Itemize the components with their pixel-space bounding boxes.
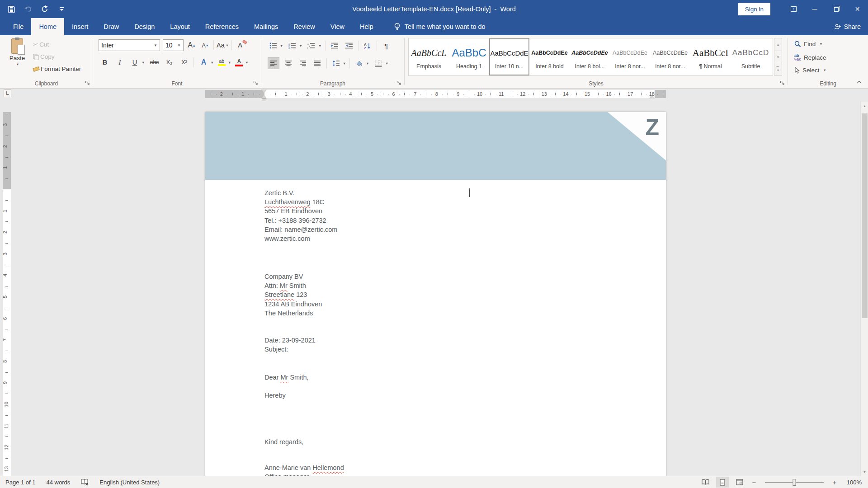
copy-button[interactable]: Copy	[32, 52, 82, 61]
sort-button[interactable]: AZ	[362, 40, 373, 51]
zoom-slider[interactable]	[765, 482, 824, 483]
close-icon[interactable]: ✕	[847, 0, 868, 18]
decrease-indent-button[interactable]	[329, 40, 340, 51]
web-layout-icon[interactable]	[733, 477, 746, 488]
styles-dialog-launcher-icon[interactable]	[779, 80, 785, 86]
horizontal-ruler[interactable]: 21123456789101112131415161718	[205, 90, 666, 98]
tab-home[interactable]: Home	[31, 18, 64, 35]
ruler-tick	[593, 94, 593, 95]
align-right-button[interactable]	[297, 58, 308, 69]
redo-icon[interactable]	[40, 3, 50, 15]
multilevel-list-button[interactable]: 1ai	[306, 40, 317, 51]
style-heading1[interactable]: AaBbCHeading 1	[449, 38, 489, 75]
text-effects-button[interactable]: A	[198, 57, 209, 68]
tab-layout[interactable]: Layout	[162, 18, 198, 35]
cut-button[interactable]: ✂ Cut	[32, 40, 82, 49]
paragraph-dialog-launcher-icon[interactable]	[396, 80, 402, 86]
sign-in-button[interactable]: Sign in	[738, 3, 770, 15]
tab-insert[interactable]: Insert	[64, 18, 96, 35]
tab-view[interactable]: View	[323, 18, 352, 35]
tab-file[interactable]: File	[5, 18, 31, 35]
scroll-down-icon[interactable]: ▼	[861, 468, 868, 476]
font-color-button[interactable]: A	[235, 57, 243, 68]
page-indicator[interactable]: Page 1 of 1	[5, 479, 36, 486]
style-emphasis[interactable]: AaBbCcLEmphasis	[409, 38, 449, 75]
underline-button[interactable]: U	[129, 57, 140, 68]
document-page[interactable]: Z Zertic B.V.Luchthavenweg 18C5657 EB Ei…	[205, 112, 666, 476]
font-name-combo[interactable]: Inter ▼	[99, 39, 160, 51]
tab-design[interactable]: Design	[127, 18, 162, 35]
restore-icon[interactable]	[826, 0, 847, 18]
format-painter-button[interactable]: Format Painter	[32, 65, 82, 73]
hanging-indent-marker[interactable]	[261, 95, 267, 99]
style-subtitle[interactable]: AaBbCcDSubtitle	[731, 38, 771, 75]
tab-references[interactable]: References	[198, 18, 246, 35]
zoom-in-icon[interactable]: +	[831, 479, 838, 486]
clear-formatting-button[interactable]: A	[235, 40, 245, 51]
justify-button[interactable]	[312, 58, 323, 69]
word-count[interactable]: 44 words	[47, 479, 71, 486]
show-paragraph-marks-button[interactable]: ¶	[381, 40, 392, 51]
zoom-level[interactable]: 100%	[843, 479, 862, 486]
scrollbar-thumb[interactable]	[862, 113, 868, 318]
font-size-combo[interactable]: 10 ▼	[163, 39, 184, 51]
share-button[interactable]: Share	[834, 18, 861, 35]
first-line-indent-marker[interactable]	[261, 89, 267, 93]
bullets-button[interactable]	[268, 40, 278, 51]
paste-button[interactable]: Paste ▼	[5, 38, 29, 83]
scroll-up-icon[interactable]: ▲	[861, 102, 868, 110]
strikethrough-button[interactable]: abc	[149, 57, 160, 68]
vertical-ruler[interactable]: 32112345678910111213	[3, 112, 11, 476]
tab-stop-selector[interactable]: L	[4, 89, 11, 97]
paragraph-group-label: Paragraph	[261, 80, 404, 87]
styles-scroll-up-icon[interactable]: ▲	[774, 38, 782, 51]
tab-help[interactable]: Help	[352, 18, 381, 35]
shrink-font-button[interactable]: A▼	[200, 40, 211, 51]
styles-scroll-down-icon[interactable]: ▼	[774, 51, 782, 64]
ribbon-display-options-icon[interactable]: ↑	[783, 0, 804, 18]
language-indicator[interactable]: English (United States)	[99, 479, 160, 486]
style-inter8normal[interactable]: AaBbCcDdEeInter 8 nor...	[610, 38, 650, 75]
select-button[interactable]: Select ▼	[794, 67, 826, 74]
tab-review[interactable]: Review	[286, 18, 323, 35]
style-inter8normal2[interactable]: AaBbCcDdEeinter 8 nor...	[650, 38, 690, 75]
tab-draw[interactable]: Draw	[96, 18, 127, 35]
read-mode-icon[interactable]	[699, 477, 712, 488]
tab-mailings[interactable]: Mailings	[246, 18, 286, 35]
style-inter10[interactable]: AaBbCcDdEInter 10 n...	[489, 38, 529, 75]
print-layout-icon[interactable]	[716, 477, 729, 488]
style-normal[interactable]: AaBbCcI¶ Normal	[690, 38, 731, 75]
change-case-button[interactable]: Aa▼	[217, 40, 229, 51]
line-spacing-button[interactable]	[330, 58, 341, 69]
replace-button[interactable]: ab⤷ac Replace	[794, 54, 826, 61]
style-inter8bolditalic[interactable]: AaBbCcDdEeInter 8 bol...	[570, 38, 610, 75]
left-indent-marker[interactable]	[262, 99, 266, 101]
vertical-scrollbar[interactable]: ▲ ▼	[860, 102, 868, 476]
align-center-button[interactable]	[283, 58, 294, 69]
shading-button[interactable]	[354, 58, 364, 69]
bold-button[interactable]: B	[99, 57, 110, 68]
zoom-slider-thumb[interactable]	[793, 479, 796, 486]
borders-button[interactable]	[373, 58, 384, 69]
superscript-button[interactable]: X²	[179, 57, 189, 68]
find-button[interactable]: Find ▼	[794, 41, 823, 47]
font-dialog-launcher-icon[interactable]	[252, 80, 259, 86]
styles-more-icon[interactable]: ▔▼	[774, 63, 782, 76]
style-inter8bold[interactable]: AaBbCcDdEeInter 8 bold	[529, 38, 570, 75]
increase-indent-button[interactable]	[344, 40, 354, 51]
collapse-ribbon-icon[interactable]	[854, 78, 863, 85]
numbering-button[interactable]: 123	[287, 40, 297, 51]
save-icon[interactable]	[6, 3, 16, 15]
italic-button[interactable]: I	[114, 57, 125, 68]
subscript-button[interactable]: X₂	[164, 57, 175, 68]
grow-font-button[interactable]: A▲	[186, 40, 197, 51]
clipboard-dialog-launcher-icon[interactable]	[84, 80, 90, 86]
undo-icon[interactable]	[23, 3, 33, 15]
tell-me-box[interactable]: Tell me what you want to do	[394, 18, 486, 35]
highlight-button[interactable]: ab	[218, 57, 226, 68]
minimize-icon[interactable]	[804, 0, 826, 18]
zoom-out-icon[interactable]: −	[750, 479, 758, 486]
customize-qat-icon[interactable]	[57, 3, 66, 15]
align-left-button[interactable]	[268, 57, 279, 69]
proofing-error-icon[interactable]	[81, 479, 89, 486]
